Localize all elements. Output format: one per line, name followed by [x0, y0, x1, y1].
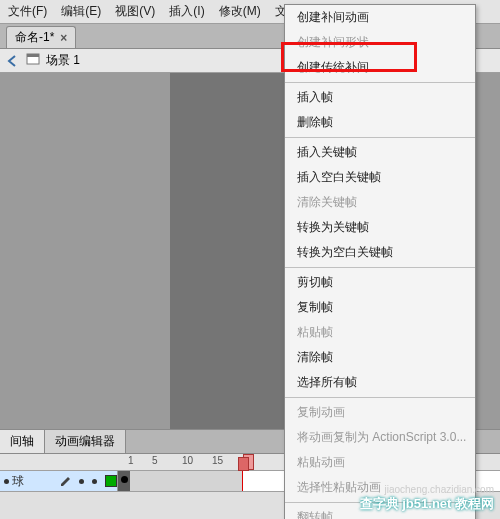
ctx-insert-blank-keyframe[interactable]: 插入空白关键帧 — [285, 165, 475, 190]
tab-motion-editor[interactable]: 动画编辑器 — [45, 430, 126, 453]
document-tab-label: 命名-1* — [15, 29, 54, 46]
ruler-mark: 1 — [128, 455, 134, 466]
ctx-insert-keyframe[interactable]: 插入关键帧 — [285, 140, 475, 165]
ctx-paste-frames: 粘贴帧 — [285, 320, 475, 345]
scene-icon — [26, 53, 40, 68]
ctx-cut-frames[interactable]: 剪切帧 — [285, 270, 475, 295]
layer-toggles — [60, 475, 117, 487]
ctx-separator — [285, 137, 475, 138]
ctx-insert-frame[interactable]: 插入帧 — [285, 85, 475, 110]
document-tab[interactable]: 命名-1* × — [6, 26, 76, 48]
scene-label[interactable]: 场景 1 — [46, 52, 80, 69]
stage-canvas[interactable] — [170, 73, 285, 429]
svg-rect-1 — [27, 54, 39, 57]
close-icon[interactable]: × — [60, 31, 67, 45]
ctx-create-motion-tween[interactable]: 创建补间动画 — [285, 5, 475, 30]
menu-modify[interactable]: 修改(M) — [219, 3, 261, 20]
outline-color-icon[interactable] — [105, 475, 117, 487]
ctx-clear-frames[interactable]: 清除帧 — [285, 345, 475, 370]
ctx-paste-motion: 粘贴动画 — [285, 450, 475, 475]
layer-bullet-icon — [4, 479, 9, 484]
lock-dot-icon[interactable] — [92, 479, 97, 484]
menu-view[interactable]: 视图(V) — [115, 3, 155, 20]
ctx-separator — [285, 397, 475, 398]
menu-file[interactable]: 文件(F) — [8, 3, 47, 20]
ctx-create-classic-tween[interactable]: 创建传统补间 — [285, 55, 475, 80]
visibility-dot-icon[interactable] — [79, 479, 84, 484]
ctx-separator — [285, 267, 475, 268]
ruler-mark: 10 — [182, 455, 193, 466]
watermark: 查字典 jb51.net 教程网 — [360, 495, 494, 513]
context-menu: 创建补间动画 创建补间形状 创建传统补间 插入帧 删除帧 插入关键帧 插入空白关… — [284, 4, 476, 519]
ctx-select-all-frames[interactable]: 选择所有帧 — [285, 370, 475, 395]
frame-span[interactable] — [130, 471, 243, 491]
tab-timeline[interactable]: 间轴 — [0, 430, 45, 453]
keyframe-dot-icon — [121, 476, 128, 483]
playhead-line[interactable] — [242, 471, 243, 491]
ctx-copy-motion-as-as3: 将动画复制为 ActionScript 3.0... — [285, 425, 475, 450]
ctx-copy-motion: 复制动画 — [285, 400, 475, 425]
menu-edit[interactable]: 编辑(E) — [61, 3, 101, 20]
watermark-url: jiaocheng.chazidian.com — [384, 484, 494, 495]
menu-insert[interactable]: 插入(I) — [169, 3, 204, 20]
back-arrow-icon[interactable] — [6, 55, 20, 67]
ruler-mark: 5 — [152, 455, 158, 466]
ctx-convert-to-blank-keyframes[interactable]: 转换为空白关键帧 — [285, 240, 475, 265]
app-root: 文件(F) 编辑(E) 视图(V) 插入(I) 修改(M) 文本(T) 命 命名… — [0, 0, 500, 519]
ctx-copy-frames[interactable]: 复制帧 — [285, 295, 475, 320]
ctx-remove-frames[interactable]: 删除帧 — [285, 110, 475, 135]
ctx-convert-to-keyframes[interactable]: 转换为关键帧 — [285, 215, 475, 240]
ctx-clear-keyframe: 清除关键帧 — [285, 190, 475, 215]
layer-name-text: 球 — [12, 473, 24, 490]
ctx-separator — [285, 82, 475, 83]
pencil-icon[interactable] — [60, 476, 71, 487]
ruler-mark: 15 — [212, 455, 223, 466]
layer-name[interactable]: 球 — [0, 473, 54, 490]
ctx-create-shape-tween: 创建补间形状 — [285, 30, 475, 55]
